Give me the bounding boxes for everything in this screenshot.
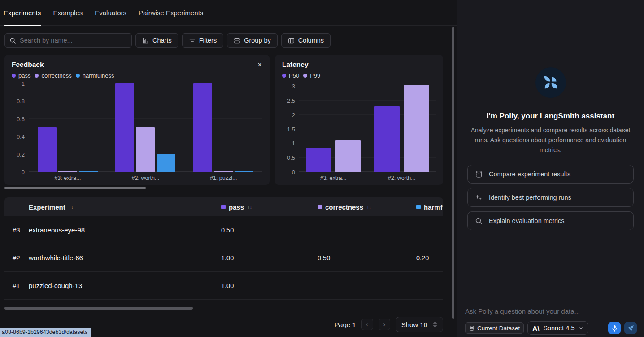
chart-legend: P50P99 — [282, 71, 436, 79]
y-axis-tick: 0.4 — [17, 133, 25, 140]
current-dataset-chip[interactable]: Current Dataset — [465, 322, 524, 334]
bar-correctness[interactable] — [136, 127, 155, 172]
langsmith-logo — [535, 67, 566, 98]
bar-P50[interactable] — [374, 106, 400, 172]
chevron-down-icon — [579, 327, 583, 330]
table-header-row: Experiment ↑↓ pass ↑↓ correctness ↑↓ har… — [4, 197, 443, 216]
columns-button[interactable]: Columns — [281, 33, 331, 48]
database-icon — [469, 325, 474, 331]
legend-item-harmfulness[interactable]: harmfulness — [76, 72, 114, 79]
assistant-description: Analyze experiments and compare results … — [467, 125, 634, 155]
table-row[interactable]: #3 extraneous-eye-98 0.50 — [4, 216, 443, 244]
bar-pass[interactable] — [193, 83, 212, 172]
filter-lines-icon — [189, 37, 196, 44]
chart-title: Latency — [282, 61, 309, 69]
bar-correctness[interactable] — [58, 171, 77, 172]
columns-icon — [288, 37, 295, 44]
column-header-pass[interactable]: pass — [229, 203, 244, 211]
tab-pairwise-experiments[interactable]: Pairwise Experiments — [139, 0, 203, 25]
y-axis-tick: 3 — [292, 83, 295, 90]
bar-chart-icon — [142, 37, 149, 44]
experiment-name[interactable]: extraneous-eye-98 — [29, 226, 221, 234]
tab-examples[interactable]: Examples — [53, 0, 83, 25]
sort-icon[interactable]: ↑↓ — [247, 204, 252, 210]
x-axis-label: #3: extra... — [29, 175, 107, 181]
database-icon — [475, 171, 483, 178]
assistant-panel: I'm Polly, your LangSmith assistant Anal… — [457, 0, 644, 337]
filters-button[interactable]: Filters — [182, 33, 223, 48]
y-axis-tick: 1 — [22, 80, 25, 87]
charts-horizontal-scrollbar[interactable] — [4, 187, 146, 189]
microphone-icon — [612, 325, 618, 332]
bar-harmfulness[interactable] — [79, 171, 98, 172]
legend-dot — [35, 74, 39, 78]
next-page-button[interactable]: › — [379, 319, 390, 330]
y-axis-tick: 0.5 — [287, 154, 295, 161]
y-axis-tick: 2.5 — [287, 97, 295, 104]
suggestion-compare-results[interactable]: Compare experiment results — [467, 165, 634, 184]
group-by-button[interactable]: Group by — [227, 33, 278, 48]
harmfulness-color-marker — [416, 205, 421, 209]
model-name: Sonnet 4.5 — [543, 324, 574, 332]
search-box[interactable] — [4, 33, 132, 48]
anthropic-logo-icon: A\ — [532, 324, 539, 332]
column-header-experiment[interactable]: Experiment — [29, 203, 65, 211]
suggestion-explain-metrics[interactable]: Explain evaluation metrics — [467, 211, 634, 230]
bar-P99[interactable] — [335, 140, 361, 172]
previous-page-button[interactable]: ‹ — [361, 319, 373, 330]
assistant-input-section: Current Dataset A\ Sonnet 4.5 — [457, 298, 644, 337]
charts-button[interactable]: Charts — [135, 33, 178, 48]
microphone-button[interactable] — [608, 322, 621, 334]
legend-item-correctness[interactable]: correctness — [35, 72, 71, 79]
latency-chart-card: Latency P50P99 00.511.522.53#3: extra...… — [275, 55, 443, 185]
table-row[interactable]: #1 puzzled-cough-13 1.00 — [4, 272, 443, 300]
x-axis-label: #1: puzzl... — [184, 175, 262, 181]
tab-experiments[interactable]: Experiments — [4, 0, 41, 25]
sort-icon[interactable]: ↑↓ — [366, 204, 371, 210]
bar-P99[interactable] — [404, 85, 429, 172]
chart-title: Feedback — [12, 61, 44, 69]
column-header-correctness[interactable]: correctness — [325, 203, 363, 211]
table-row[interactable]: #2 worthwhile-title-66 1.00 0.50 0.20 — [4, 244, 443, 272]
send-button[interactable] — [624, 322, 637, 334]
bar-pass[interactable] — [38, 127, 57, 172]
send-icon — [627, 325, 634, 332]
page-size-select[interactable]: Show 10 — [396, 317, 443, 332]
bar-harmfulness[interactable] — [235, 171, 253, 172]
legend-item-P99[interactable]: P99 — [303, 72, 320, 79]
assistant-message-input[interactable] — [465, 307, 637, 315]
bar-P50[interactable] — [306, 148, 331, 172]
legend-dot — [282, 74, 286, 78]
tab-evaluators[interactable]: Evaluators — [95, 0, 126, 25]
sort-icon[interactable]: ↑↓ — [69, 204, 73, 210]
y-axis-tick: 0 — [292, 169, 295, 175]
y-axis-tick: 1 — [292, 140, 295, 147]
search-icon — [9, 37, 16, 44]
column-header-harmfulness[interactable]: harmfulness — [424, 203, 443, 211]
suggestion-best-runs[interactable]: Identify best performing runs — [467, 188, 634, 207]
experiment-name[interactable]: puzzled-cough-13 — [29, 282, 221, 289]
close-icon[interactable]: ✕ — [257, 61, 262, 68]
bar-group — [115, 83, 175, 172]
bar-correctness[interactable] — [214, 171, 233, 172]
bar-group — [374, 85, 429, 172]
legend-dot — [303, 74, 307, 78]
row-rank: #2 — [4, 254, 29, 262]
legend-item-pass[interactable]: pass — [12, 72, 30, 79]
correctness-value: 0.50 — [318, 254, 416, 262]
legend-item-P50[interactable]: P50 — [282, 72, 299, 79]
toolbar: Charts Filters Group by Columns — [4, 33, 452, 48]
vertical-scrollbar[interactable] — [452, 27, 454, 319]
y-axis-tick: 0.6 — [17, 115, 25, 122]
updown-chevrons-icon — [433, 321, 437, 328]
bar-harmfulness[interactable] — [157, 154, 175, 172]
page-indicator: Page 1 — [335, 321, 356, 328]
table-horizontal-scrollbar[interactable] — [4, 307, 193, 310]
select-all-checkbox[interactable] — [13, 203, 13, 211]
experiment-name[interactable]: worthwhile-title-66 — [29, 254, 221, 262]
model-select[interactable]: A\ Sonnet 4.5 — [527, 321, 588, 335]
bar-pass[interactable] — [115, 83, 134, 172]
search-input[interactable] — [20, 37, 127, 44]
y-axis-tick: 0.2 — [17, 151, 25, 158]
y-axis-tick: 2 — [292, 111, 295, 118]
